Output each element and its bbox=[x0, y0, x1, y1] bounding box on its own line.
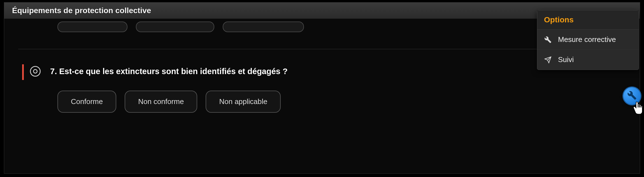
question-text: 7. Est-ce que les extincteurs sont bien … bbox=[50, 67, 288, 76]
options-item-label: Suivi bbox=[558, 55, 574, 64]
options-header: Options bbox=[537, 10, 639, 30]
required-marker bbox=[22, 64, 24, 80]
answer-button-ghost[interactable] bbox=[223, 22, 304, 32]
send-icon bbox=[544, 56, 552, 64]
question-radio-indicator[interactable] bbox=[30, 66, 41, 77]
divider bbox=[18, 49, 626, 49]
tools-icon bbox=[544, 36, 552, 44]
answer-conforme-button[interactable]: Conforme bbox=[57, 91, 116, 113]
options-item-mesure-corrective[interactable]: Mesure corrective bbox=[537, 30, 639, 50]
options-fab-button[interactable] bbox=[623, 87, 641, 105]
options-item-label: Mesure corrective bbox=[558, 35, 616, 44]
radio-inner bbox=[33, 69, 38, 74]
answer-buttons: Conforme Non conforme Non applicable bbox=[4, 91, 640, 113]
answer-button-ghost[interactable] bbox=[136, 22, 214, 32]
wrench-icon bbox=[627, 91, 637, 101]
answer-non-conforme-button[interactable]: Non conforme bbox=[125, 91, 197, 113]
answer-non-applicable-button[interactable]: Non applicable bbox=[206, 91, 281, 113]
options-item-suivi[interactable]: Suivi bbox=[537, 50, 639, 70]
answer-button-ghost[interactable] bbox=[57, 22, 127, 32]
panel-title: Équipements de protection collective bbox=[12, 6, 151, 15]
options-popup: Options Mesure corrective Suivi bbox=[537, 10, 639, 70]
